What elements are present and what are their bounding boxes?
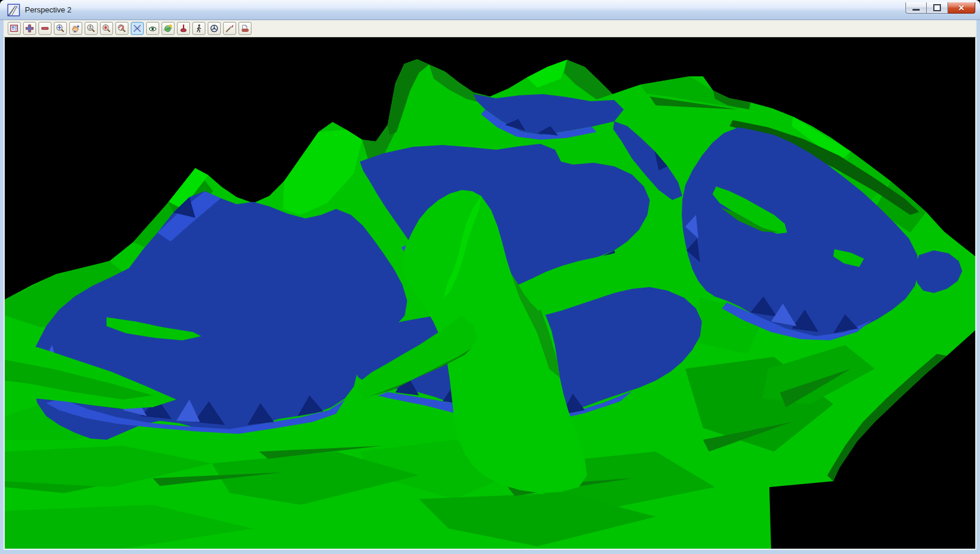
pan-view-icon — [71, 24, 80, 33]
close-button[interactable]: ✕ — [948, 2, 975, 14]
minimize-button[interactable] — [905, 2, 927, 14]
viewport-3d[interactable] — [5, 37, 975, 549]
render-button[interactable] — [223, 22, 236, 35]
camera-settings-button[interactable] — [146, 22, 159, 35]
close-icon: ✕ — [958, 4, 965, 12]
restore-icon — [933, 4, 941, 11]
copy-view-icon — [240, 24, 250, 33]
plunger-icon — [179, 24, 188, 33]
zoom-in-button[interactable] — [23, 22, 36, 35]
perspective-road-icon — [7, 4, 20, 17]
window-controls: ✕ — [905, 2, 975, 14]
view-attributes-button[interactable] — [8, 22, 21, 35]
title-bar[interactable]: Perspective 2 ✕ — [0, 0, 980, 20]
globe-icon — [163, 24, 173, 33]
window-title: Perspective 2 — [25, 5, 905, 14]
pan-view-button[interactable] — [69, 22, 82, 35]
navigate-view-button[interactable] — [162, 22, 175, 35]
zoom-in-out-icon: ± — [86, 24, 96, 33]
fit-view-button[interactable] — [100, 22, 113, 35]
window-area-button[interactable] — [54, 22, 67, 35]
zoom-out-button[interactable] — [38, 22, 51, 35]
zoom-out-icon — [40, 24, 50, 33]
view-toolbar: ± — [4, 20, 976, 37]
set-display-depth-button[interactable] — [177, 22, 190, 35]
minimize-icon — [913, 9, 920, 11]
window-area-icon — [56, 24, 65, 33]
drive-button[interactable] — [208, 22, 221, 35]
rotate-view-icon — [117, 24, 127, 33]
svg-text:±: ± — [88, 24, 92, 30]
steering-wheel-icon — [209, 24, 219, 33]
walk-button[interactable] — [192, 22, 205, 35]
clip-volume-icon — [133, 24, 142, 33]
clip-volume-button[interactable] — [131, 22, 144, 35]
camera-eye-icon — [148, 24, 157, 33]
walk-person-icon — [194, 24, 204, 33]
maximize-button[interactable] — [927, 2, 948, 14]
view-attributes-icon — [9, 24, 19, 33]
fit-view-icon — [102, 24, 111, 33]
app-window: Perspective 2 ✕ — [0, 0, 980, 554]
copy-view-button[interactable] — [238, 22, 252, 35]
viewport-frame — [4, 37, 976, 550]
zoom-in-icon — [25, 24, 34, 33]
window-frame: ± — [0, 20, 980, 554]
rotate-view-button[interactable] — [115, 22, 128, 35]
brush-icon — [225, 24, 234, 33]
zoom-in-out-button[interactable]: ± — [85, 22, 98, 35]
